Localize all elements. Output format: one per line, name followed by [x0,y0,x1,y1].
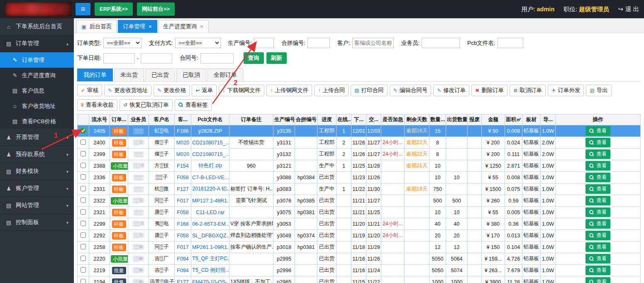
logout-button[interactable]: ↪退 出 [618,5,639,13]
view-button[interactable]: 查看 [585,184,610,194]
view-button[interactable]: 查看 [585,149,610,159]
order-date-from-input[interactable] [103,53,135,63]
row-checkbox[interactable] [80,128,86,133]
view-button[interactable]: 查看 [585,266,610,275]
customer-code-link[interactable]: F017 [177,244,189,250]
upload-stencil-button[interactable]: ↑上传钢网文件 [266,85,312,96]
pcb-file-link[interactable]: 特色灯.zip [198,163,222,168]
sidebar-item-order-manage[interactable]: ✎订单管理 [0,52,74,68]
contract-no-input[interactable] [200,53,234,63]
view-button[interactable]: 查看 [585,138,610,147]
view-button[interactable]: 查看 [585,242,610,252]
search-button[interactable]: 查询 [244,52,264,64]
order-tab-my[interactable]: 我的订单 [77,68,113,81]
sidebar-item-pcb-price[interactable]: ▤查看PCB价格 [0,114,74,129]
row-checkbox[interactable] [80,267,86,273]
audit-button[interactable]: ✔审核 [77,85,102,96]
cancel-order-button[interactable]: ⊘取消订单 [510,85,546,96]
close-icon[interactable]: ✕ [200,24,204,29]
customer-code-link[interactable]: F094 [177,268,189,273]
pcb-file-link[interactable]: y2826.ZIP [198,128,222,134]
sidebar-item-home[interactable]: ⌂下单系统后台首页 [0,18,74,35]
pcb-file-link[interactable]: T5_CD 例灯照... [192,267,229,273]
customer-code-link[interactable]: F168 [177,221,189,227]
customer-code-link[interactable]: F094 [177,256,189,262]
sidebar-item-orders[interactable]: ▤订单管理▴ [0,35,74,52]
row-checkbox[interactable] [80,256,86,261]
view-button[interactable]: 查看 [585,277,610,283]
tab-backend-home[interactable]: ▣后台首页 [76,20,117,33]
view-unpaid-button[interactable]: ¥查看未收款 [77,99,117,111]
row-checkbox[interactable] [80,163,86,168]
sidebar-item-production-progress[interactable]: ✎生产进度查询 [0,68,74,83]
pcb-file-link[interactable]: 06-2-65T3-EM... [192,221,229,227]
row-checkbox[interactable] [80,151,86,156]
order-tab-all[interactable]: 全部订单 [207,68,243,81]
customer-code-link[interactable]: M020 [176,151,189,157]
customer-input[interactable] [352,38,394,48]
view-button[interactable]: 查看 [585,161,610,171]
order-tab-shipped[interactable]: 已出货 [145,68,175,81]
sidebar-item-website[interactable]: ▤网站管理▾ [0,197,74,214]
row-checkbox[interactable] [80,244,86,249]
pay-method-select[interactable]: ==全部== [175,38,221,48]
row-checkbox[interactable] [80,139,86,145]
sidebar-item-invoice[interactable]: ♟开票管理▾ [0,129,74,146]
modify-order-button[interactable]: ✎修改订单 [433,85,469,96]
customer-code-link[interactable]: F186 [177,128,189,134]
print-contract-button[interactable]: ▤打印合同 [351,85,387,96]
order-tab-cancelled[interactable]: 已取消 [176,68,206,81]
order-date-to-input[interactable] [141,53,172,63]
customer-code-link[interactable]: M020 [176,140,189,146]
sidebar-item-customer-info[interactable]: ▤客户信息 [0,83,74,98]
salesman-input[interactable] [422,38,460,48]
refresh-button[interactable]: 刷新 [266,52,287,64]
sidebar-item-finance[interactable]: ▤财务模块▾ [0,163,74,180]
edit-contract-no-button[interactable]: ✎编辑合同号 [390,85,432,96]
view-button[interactable]: 查看 [585,254,610,263]
customer-code-link[interactable]: F154 [177,163,189,169]
pcb-file-link[interactable]: C11-LED.rar [196,210,224,215]
sidebar-item-deposit[interactable]: ♟预存款系统▾ [0,146,74,163]
row-checkbox[interactable] [80,198,86,203]
row-checkbox[interactable] [80,209,86,215]
tab-production-progress[interactable]: 生产进度查询✕ [159,20,209,33]
upload-contract-button[interactable]: ↑上传合同 [314,85,349,96]
change-price-button[interactable]: ✎更改价格 [154,85,190,96]
menu-toggle-button[interactable]: ≡ [76,3,90,15]
delete-order-button[interactable]: ✖删除订单 [471,85,507,96]
row-checkbox[interactable] [80,279,86,283]
pcb-file-link[interactable]: C7-B-LED-VE... [192,175,229,181]
export-button[interactable]: ▤导出 [586,85,611,96]
production-no-input[interactable] [254,38,274,48]
customer-code-link[interactable]: F127 [177,186,189,192]
pcb-file-link[interactable]: 20181220-A 铝... [192,186,229,192]
view-button[interactable]: 查看 [585,219,610,229]
pcb-file-link[interactable]: MP261.1-09R1... [192,244,229,250]
view-button[interactable]: 查看 [585,173,610,182]
customer-code-link[interactable]: F058 [177,233,189,239]
customer-code-link[interactable]: F058 [177,175,189,181]
sidebar-item-customer-address[interactable]: ⌂客户收货地址 [0,98,74,114]
row-checkbox[interactable] [80,186,86,191]
merge-no-input[interactable] [307,38,330,48]
order-type-select[interactable]: ==全部== [103,38,141,48]
view-button[interactable]: 查看 [585,126,610,136]
sidebar-item-control[interactable]: ▤控制面板▾ [0,214,74,231]
view-button[interactable]: 查看 [585,196,610,205]
pcb-file-link[interactable]: T5_QF 主灯PC... [192,256,229,261]
pcb-file-link[interactable]: CD21080715_... [192,140,229,146]
pcb-file-link[interactable]: MP127.1-48R1... [192,198,229,204]
site-front-button[interactable]: 网站前台>> [137,2,175,16]
tab-order-management[interactable]: 订单管理✕ [118,20,157,33]
restore-cancelled-button[interactable]: ↺恢复已取消订单 [120,99,173,111]
change-address-button[interactable]: ✎更改收货地址 [104,85,151,96]
reorder-button[interactable]: ↩返单 [192,85,217,96]
erp-system-button[interactable]: ERP系统>> [95,2,133,16]
view-button[interactable]: 查看 [585,207,610,217]
close-icon[interactable]: ✕ [148,24,152,29]
download-stencil-button[interactable]: ↓下载钢网文件 [219,85,264,96]
customer-code-link[interactable]: F058 [177,210,189,215]
row-checkbox[interactable] [80,232,86,238]
view-label-button[interactable]: 查看标签 [175,99,212,111]
